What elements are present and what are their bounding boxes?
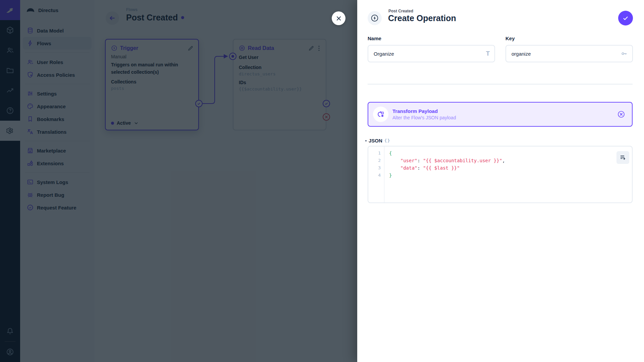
close-icon xyxy=(336,15,342,21)
drawer-title: Create Operation xyxy=(388,13,456,23)
edited-indicator-dot xyxy=(365,140,367,141)
operation-icon-circle xyxy=(373,107,388,122)
json-code-editor[interactable]: 1 2 3 4 { "user": "{{ $accountability.us… xyxy=(368,146,633,203)
name-input[interactable] xyxy=(374,51,486,57)
playlist-add-icon xyxy=(620,154,626,161)
bolt-circle-icon xyxy=(371,14,379,22)
drawer-overlay[interactable] xyxy=(0,0,357,362)
key-label: Key xyxy=(505,36,515,41)
name-field: T xyxy=(368,45,495,62)
operation-card-subtitle: Alter the Flow's JSON payload xyxy=(392,115,617,120)
name-label: Name xyxy=(368,36,381,41)
drawer-divider xyxy=(368,84,633,84)
operation-card-title: Transform Payload xyxy=(392,108,617,114)
remove-circle-icon[interactable] xyxy=(617,110,625,118)
check-icon xyxy=(622,15,629,21)
braces-icon: {} xyxy=(384,138,390,143)
selected-operation-card[interactable]: Transform Payload Alter the Flow's JSON … xyxy=(368,102,633,127)
create-operation-drawer: Post Created Create Operation Name T Key… xyxy=(357,0,644,362)
line-number-gutter: 1 2 3 4 xyxy=(368,146,384,202)
json-field-label-row: JSON {} xyxy=(365,138,390,143)
key-input[interactable] xyxy=(512,51,621,57)
raw-value-button[interactable] xyxy=(616,151,629,164)
code-content[interactable]: { "user": "{{ $accountability.user }}", … xyxy=(384,146,632,179)
drawer-header-icon-circle xyxy=(368,11,382,25)
transform-icon xyxy=(377,110,385,118)
close-drawer-button[interactable] xyxy=(332,11,345,25)
key-field xyxy=(505,45,633,62)
drawer-context: Post Created xyxy=(388,9,413,13)
key-icon xyxy=(621,50,628,57)
save-operation-button[interactable] xyxy=(618,11,633,25)
title-icon: T xyxy=(486,50,490,57)
json-label: JSON xyxy=(369,138,382,143)
